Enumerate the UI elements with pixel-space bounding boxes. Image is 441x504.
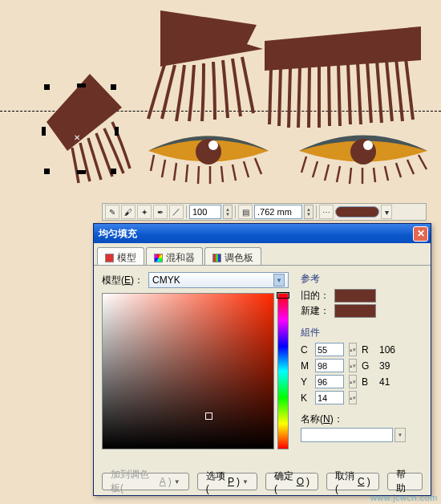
old-color-label: 旧的： <box>301 289 330 303</box>
separator <box>235 205 236 218</box>
y-label: Y <box>301 376 312 388</box>
m-label: M <box>301 360 312 372</box>
selection-handle[interactable] <box>111 84 116 90</box>
watermark: www.jcwcn.com <box>370 493 438 502</box>
chevron-down-icon: ▼ <box>273 274 285 287</box>
tab-mixer[interactable]: 混和器 <box>146 247 203 265</box>
model-label: 模型(E)： <box>102 274 144 287</box>
outline-width-icon[interactable]: ▤ <box>238 205 253 219</box>
hue-selector[interactable] <box>277 292 289 299</box>
y-input[interactable] <box>315 375 344 388</box>
name-input[interactable] <box>301 428 393 442</box>
picker-marker[interactable] <box>205 413 212 420</box>
selection-handle[interactable] <box>44 84 50 90</box>
y-spinner[interactable]: ▴▾ <box>349 375 357 388</box>
new-color-swatch <box>334 304 376 318</box>
tab-label: 调色板 <box>225 251 253 265</box>
smoothing-value[interactable]: 100 <box>189 205 221 219</box>
tab-palette[interactable]: 调色板 <box>204 247 261 265</box>
selection-handle[interactable] <box>42 127 46 136</box>
tool-brush-icon[interactable]: 🖌 <box>121 205 136 219</box>
selection-handle[interactable] <box>111 169 116 174</box>
m-input[interactable] <box>315 359 344 372</box>
c-label: C <box>301 344 312 356</box>
m-spinner[interactable]: ▴▾ <box>349 359 357 372</box>
section-reference-title: 参考 <box>301 272 423 286</box>
canvas-area[interactable]: ✕ <box>0 0 441 201</box>
property-toolbar: ✎ 🖌 ✦ ✒ ／ 100 ▲▼ ▤ .762 mm ▲▼ ⋯ ▾ <box>102 203 427 221</box>
selection-handle[interactable] <box>115 127 119 136</box>
cancel-button[interactable]: 取消(C) <box>326 473 379 490</box>
b-label: B <box>362 376 376 388</box>
c-input[interactable] <box>315 343 344 356</box>
section-components-title: 組件 <box>301 326 423 339</box>
add-to-palette-button[interactable]: 加到调色板(A)▼ <box>102 473 189 490</box>
hair-shape-2 <box>265 26 421 131</box>
dash-style-icon[interactable]: ⋯ <box>319 205 334 219</box>
dialog-button-row: 加到调色板(A)▼ 选项(P)▼ 确定(O) 取消(C) 帮助 <box>94 473 431 490</box>
name-label: 名称(N)： <box>301 413 423 426</box>
smoothing-spinner[interactable]: ▲▼ <box>223 205 233 219</box>
b-value: 41 <box>379 376 403 388</box>
k-label: K <box>301 392 312 404</box>
dialog-titlebar[interactable]: 均匀填充 ✕ <box>94 224 431 243</box>
selection-handle[interactable] <box>44 169 50 174</box>
tab-label: 模型 <box>117 251 136 265</box>
k-input[interactable] <box>315 391 344 404</box>
tab-model[interactable]: 模型 <box>97 247 144 265</box>
outline-width-value[interactable]: .762 mm <box>254 205 302 219</box>
old-color-swatch <box>334 289 376 303</box>
color-dropdown-icon[interactable]: ▾ <box>381 205 392 219</box>
selection-center-icon: ✕ <box>74 133 80 142</box>
c-spinner[interactable]: ▴▾ <box>349 343 357 356</box>
tool-spray-icon[interactable]: ✦ <box>137 205 152 219</box>
svg-point-3 <box>363 140 373 150</box>
options-button[interactable]: 选项(P)▼ <box>197 473 257 490</box>
tab-label: 混和器 <box>166 251 195 265</box>
hair-shape-1 <box>112 10 265 123</box>
close-button[interactable]: ✕ <box>413 226 428 242</box>
tool-pen-icon[interactable]: ✒ <box>153 205 168 219</box>
tool-calligraphy-icon[interactable]: ／ <box>169 205 184 219</box>
k-spinner[interactable]: ▴▾ <box>349 391 357 404</box>
new-color-label: 新建： <box>301 304 330 318</box>
tool-freehand-icon[interactable]: ✎ <box>105 205 119 219</box>
g-value: 39 <box>379 360 403 372</box>
name-dropdown-icon[interactable]: ▼ <box>394 428 406 442</box>
combo-value: CMYK <box>152 274 180 286</box>
tab-strip: 模型 混和器 调色板 <box>94 246 431 266</box>
selection-handle[interactable] <box>77 83 86 87</box>
uniform-fill-dialog: 均匀填充 ✕ 模型 混和器 调色板 模型(E)： CMYK ▼ <box>93 223 431 496</box>
svg-point-2 <box>350 139 376 165</box>
ok-button[interactable]: 确定(O) <box>265 473 318 490</box>
separator <box>186 205 187 218</box>
color-picker-field[interactable] <box>102 293 274 449</box>
separator <box>316 205 317 218</box>
r-label: R <box>362 344 376 356</box>
g-label: G <box>362 360 376 372</box>
selection-handle[interactable] <box>77 170 86 174</box>
eye-left <box>144 131 273 187</box>
r-value: 106 <box>379 344 403 356</box>
outline-width-spinner[interactable]: ▲▼ <box>304 205 314 219</box>
dialog-body: 模型(E)： CMYK ▼ 参考 旧的： 新建： <box>94 266 431 457</box>
help-button[interactable]: 帮助 <box>387 473 423 490</box>
eye-right <box>295 131 431 187</box>
svg-point-1 <box>208 140 218 150</box>
svg-point-0 <box>196 139 221 165</box>
dialog-title: 均匀填充 <box>99 227 137 241</box>
hue-slider[interactable] <box>277 293 289 449</box>
stroke-color-swatch[interactable] <box>335 206 379 217</box>
model-combo[interactable]: CMYK ▼ <box>148 272 289 288</box>
